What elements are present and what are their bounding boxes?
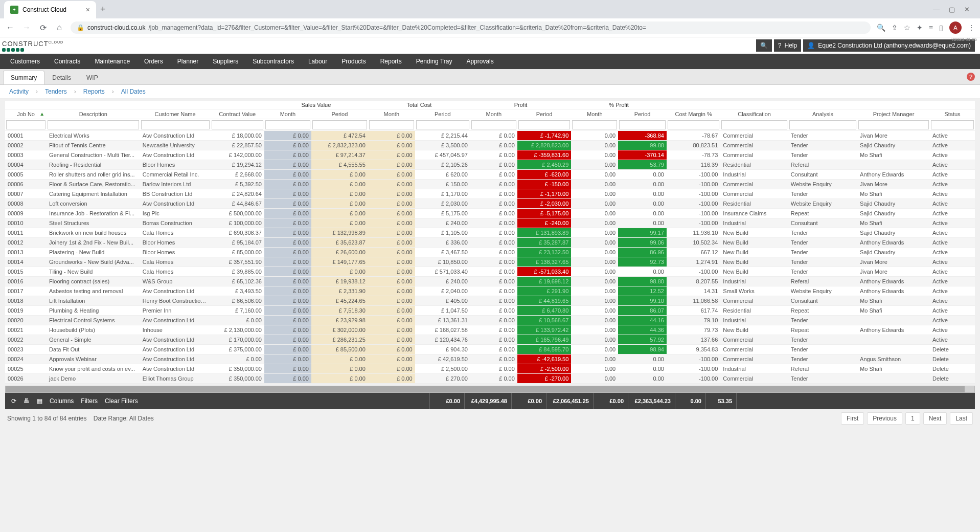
table-row[interactable]: 00026jack DemoElliot Thomas Group£ 350,0… bbox=[5, 374, 975, 384]
table-row[interactable]: 00015Tiling - New BuildCala Homes£ 39,88… bbox=[5, 267, 975, 277]
col-cust[interactable]: Customer Name bbox=[140, 109, 211, 119]
last-page-button[interactable]: Last bbox=[950, 412, 973, 425]
table-row[interactable]: 00016Flooring contract (sales)W&S Group£… bbox=[5, 277, 975, 286]
close-window-icon[interactable]: ✕ bbox=[964, 6, 970, 13]
nav-maintenance[interactable]: Maintenance bbox=[87, 54, 137, 69]
table-row[interactable]: 00006Floor & Surface Care, Restoratio...… bbox=[5, 180, 975, 189]
nav-pending-tray[interactable]: Pending Tray bbox=[409, 54, 460, 69]
url-input[interactable]: 🔒 construct-cloud.co.uk/job_management?d… bbox=[71, 21, 871, 34]
puzzle-icon[interactable]: ✦ bbox=[917, 24, 923, 32]
col-svm[interactable]: Month bbox=[264, 109, 311, 119]
refresh-icon[interactable]: ⟳ bbox=[11, 397, 16, 405]
filter-input-6[interactable] bbox=[369, 120, 414, 129]
table-row[interactable]: 00002Fitout of Tennis CentreNewcaslte Un… bbox=[5, 141, 975, 150]
col-pm[interactable]: Month bbox=[470, 109, 517, 119]
table-row[interactable]: 00025Know your profit and costs on ev...… bbox=[5, 364, 975, 374]
table-row[interactable]: 00014Groundworks - New Build (Adva...Cal… bbox=[5, 257, 975, 267]
filter-input-13[interactable] bbox=[721, 120, 787, 129]
filter-input-3[interactable] bbox=[212, 120, 263, 129]
table-row[interactable]: 00004Roofing - ResidentialBloor Homes£ 1… bbox=[5, 160, 975, 170]
table-row[interactable]: 00005Roller shutters and roller grid ins… bbox=[5, 170, 975, 180]
filter-input-10[interactable] bbox=[572, 120, 617, 129]
table-row[interactable]: 00003General Construction - Multi Tier..… bbox=[5, 150, 975, 160]
search-icon[interactable]: 🔍 bbox=[877, 24, 885, 32]
filter-input-16[interactable] bbox=[931, 120, 974, 129]
subtab-details[interactable]: Details bbox=[44, 71, 79, 84]
minimize-icon[interactable]: — bbox=[933, 6, 940, 13]
nav-contracts[interactable]: Contracts bbox=[47, 54, 87, 69]
page-number[interactable]: 1 bbox=[905, 412, 920, 425]
col-cm[interactable]: Cost Margin % bbox=[667, 109, 720, 119]
subtab-summary[interactable]: Summary bbox=[3, 71, 44, 84]
nav-reports[interactable]: Reports bbox=[373, 54, 409, 69]
browser-tab[interactable]: ✦ Construct Cloud × bbox=[4, 1, 96, 18]
table-row[interactable]: 00022General - SimpleAtw Construction Lt… bbox=[5, 335, 975, 345]
table-row[interactable]: 00024Approvals WebinarAtw Construction L… bbox=[5, 354, 975, 364]
table-row[interactable]: 00007Catering Equipment InstallationBB C… bbox=[5, 189, 975, 199]
maximize-icon[interactable]: ▢ bbox=[949, 6, 955, 13]
table-row[interactable]: 00018Lift InstallationHenry Boot Constru… bbox=[5, 296, 975, 306]
alert-badge-icon[interactable]: ? bbox=[967, 73, 975, 81]
new-tab-button[interactable]: + bbox=[100, 4, 106, 15]
help-button[interactable]: ?Help bbox=[774, 39, 801, 52]
table-row[interactable]: 00008Loft conversionAtw Construction Ltd… bbox=[5, 199, 975, 209]
header-search-button[interactable]: 🔍 bbox=[756, 39, 772, 52]
nav-products[interactable]: Products bbox=[334, 54, 373, 69]
close-icon[interactable]: × bbox=[86, 6, 90, 14]
filter-input-7[interactable] bbox=[416, 120, 469, 129]
filter-input-15[interactable] bbox=[858, 120, 929, 129]
filter-input-9[interactable] bbox=[518, 120, 570, 129]
table-row[interactable]: 00023Data Fit OutAtw Construction Ltd£ 3… bbox=[5, 345, 975, 354]
filter-input-11[interactable] bbox=[619, 120, 666, 129]
table-row[interactable]: 00009Insurance Job - Restoration & Fi...… bbox=[5, 209, 975, 218]
filter-input-4[interactable] bbox=[265, 120, 310, 129]
col-cval[interactable]: Contract Value bbox=[211, 109, 264, 119]
back-icon[interactable]: ← bbox=[5, 23, 15, 32]
crumb-all-dates[interactable]: All Dates bbox=[121, 88, 146, 95]
account-button[interactable]: 👤Eque2 Construction Ltd (anthony.edwards… bbox=[803, 39, 975, 52]
filter-input-1[interactable] bbox=[48, 120, 139, 129]
reader-icon[interactable]: ▯ bbox=[939, 24, 943, 32]
first-page-button[interactable]: First bbox=[841, 412, 864, 425]
filter-input-12[interactable] bbox=[668, 120, 719, 129]
table-row[interactable]: 00011Brickwork on new build housesCala H… bbox=[5, 228, 975, 238]
table-row[interactable]: 00019Plumbing & HeatingPremier Inn£ 7,16… bbox=[5, 306, 975, 316]
col-stat[interactable]: Status bbox=[930, 109, 975, 119]
nav-planner[interactable]: Planner bbox=[170, 54, 206, 69]
col-jobno[interactable]: Job No ▲ bbox=[5, 109, 47, 119]
crumb-reports[interactable]: Reports bbox=[83, 88, 105, 95]
crumb-tenders[interactable]: Tenders bbox=[45, 88, 67, 95]
list-icon[interactable]: ≡ bbox=[929, 24, 933, 32]
col-tcp[interactable]: Period bbox=[415, 109, 470, 119]
col-anal[interactable]: Analysis bbox=[788, 109, 857, 119]
share-icon[interactable]: ⇪ bbox=[892, 24, 898, 32]
columns-button[interactable]: Columns bbox=[50, 397, 74, 405]
prev-page-button[interactable]: Previous bbox=[867, 412, 902, 425]
more-icon[interactable]: ⋮ bbox=[968, 24, 975, 32]
next-page-button[interactable]: Next bbox=[923, 412, 947, 425]
col-desc[interactable]: Description bbox=[47, 109, 140, 119]
excel-icon[interactable]: ▦ bbox=[37, 397, 42, 405]
forward-icon[interactable]: → bbox=[21, 23, 32, 32]
filter-input-14[interactable] bbox=[789, 120, 856, 129]
clear-filters-button[interactable]: Clear Filters bbox=[105, 397, 138, 405]
print-icon[interactable]: 🖶 bbox=[24, 397, 30, 405]
star-icon[interactable]: ☆ bbox=[904, 24, 910, 32]
table-row[interactable]: 00020Electrical Control SystemsAtw Const… bbox=[5, 316, 975, 325]
nav-subcontractors[interactable]: Subcontractors bbox=[245, 54, 301, 69]
col-ppp[interactable]: Period bbox=[618, 109, 667, 119]
subtab-wip[interactable]: WIP bbox=[79, 71, 106, 84]
table-row[interactable]: 00017Asbestos testing and removalAtw Con… bbox=[5, 286, 975, 296]
filter-input-2[interactable] bbox=[141, 120, 210, 129]
filter-input-0[interactable] bbox=[6, 120, 45, 129]
filters-button[interactable]: Filters bbox=[81, 397, 98, 405]
table-row[interactable]: 00021Housebuild (Plots)Inhouse£ 2,130,00… bbox=[5, 325, 975, 335]
table-row[interactable]: 00013Plastering - New BuildBloor Homes£ … bbox=[5, 248, 975, 257]
nav-approvals[interactable]: Approvals bbox=[459, 54, 500, 69]
filter-input-5[interactable] bbox=[312, 120, 367, 129]
nav-labour[interactable]: Labour bbox=[301, 54, 334, 69]
filter-input-8[interactable] bbox=[471, 120, 516, 129]
col-class[interactable]: Classification bbox=[720, 109, 788, 119]
crumb-activity[interactable]: Activity bbox=[9, 88, 29, 95]
table-row[interactable]: 00012Joinery 1st & 2nd Fix - New Buil...… bbox=[5, 238, 975, 248]
